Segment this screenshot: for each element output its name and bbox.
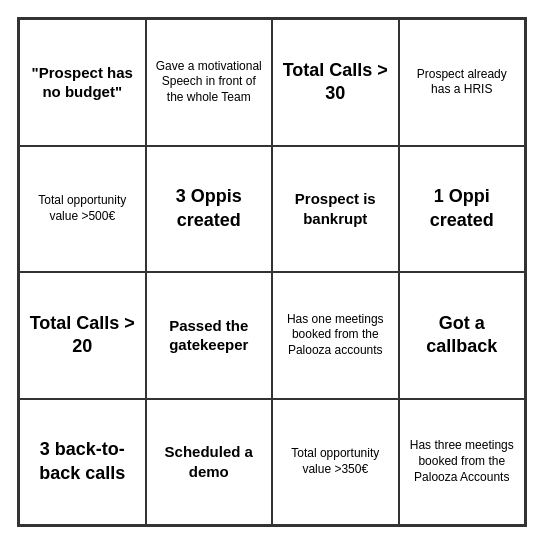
bingo-cell-r0c2: Total Calls > 30	[272, 19, 399, 146]
bingo-cell-r1c1: 3 Oppis created	[146, 146, 273, 273]
bingo-cell-r1c3: 1 Oppi created	[399, 146, 526, 273]
bingo-cell-r2c0: Total Calls > 20	[19, 272, 146, 399]
bingo-cell-r0c1: Gave a motivational Speech in front of t…	[146, 19, 273, 146]
bingo-cell-r3c3: Has three meetings booked from the Paloo…	[399, 399, 526, 526]
bingo-cell-r0c3: Prospect already has a HRIS	[399, 19, 526, 146]
bingo-cell-r2c1: Passed the gatekeeper	[146, 272, 273, 399]
bingo-cell-r1c2: Prospect is bankrupt	[272, 146, 399, 273]
bingo-cell-r0c0: "Prospect has no budget"	[19, 19, 146, 146]
bingo-cell-r2c2: Has one meetings booked from the Palooza…	[272, 272, 399, 399]
bingo-cell-r2c3: Got a callback	[399, 272, 526, 399]
bingo-cell-r3c0: 3 back-to-back calls	[19, 399, 146, 526]
bingo-cell-r3c2: Total opportunity value >350€	[272, 399, 399, 526]
bingo-cell-r3c1: Scheduled a demo	[146, 399, 273, 526]
bingo-board: "Prospect has no budget"Gave a motivatio…	[17, 17, 527, 527]
bingo-cell-r1c0: Total opportunity value >500€	[19, 146, 146, 273]
